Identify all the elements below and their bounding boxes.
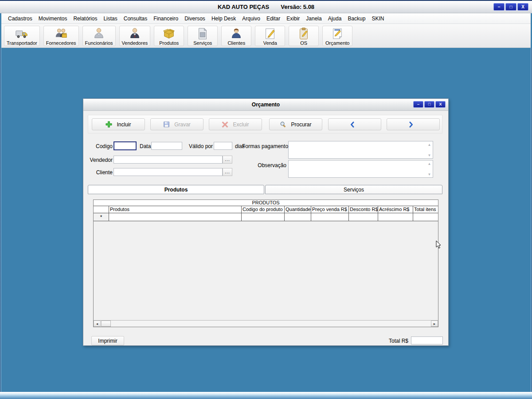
- close-button[interactable]: X: [517, 3, 528, 11]
- row-insert-marker: *: [94, 213, 109, 221]
- window-left-border: [0, 48, 1, 392]
- scrollbar-thumb[interactable]: [101, 321, 111, 327]
- column-header-acrescimo[interactable]: Acréscimo R$: [378, 206, 413, 213]
- cell-codigo[interactable]: [242, 213, 285, 221]
- data-label: Data: [140, 143, 151, 149]
- vendedor-label: Vendedor: [87, 157, 113, 163]
- observacao-input[interactable]: ▲ ▼: [288, 160, 433, 178]
- menu-movimentos[interactable]: Movimentos: [35, 14, 70, 23]
- cell-preco-venda[interactable]: [311, 213, 349, 221]
- maximize-button[interactable]: □: [505, 3, 516, 11]
- formas-pagamento-label: Formas pagamento: [242, 143, 286, 149]
- cliente-input[interactable]: [113, 168, 223, 176]
- orcamento-title: Orçamento: [252, 102, 280, 108]
- column-header-selector[interactable]: [94, 206, 109, 213]
- menu-exibir[interactable]: Exibir: [283, 14, 303, 23]
- action-panel: Incluir Gravar Excluir Procurar: [88, 115, 442, 133]
- excluir-button[interactable]: Excluir: [209, 118, 262, 130]
- imprimir-button[interactable]: Imprimir: [91, 336, 124, 345]
- tab-servicos[interactable]: Serviços: [265, 185, 442, 194]
- menu-cadastros[interactable]: Cadastros: [5, 14, 35, 23]
- cell-quantidade[interactable]: [285, 213, 311, 221]
- table-row[interactable]: *: [94, 213, 438, 221]
- toolbar-button-os[interactable]: OS: [289, 26, 319, 46]
- toolbar-button-transportador[interactable]: Transportador: [4, 26, 40, 46]
- incluir-button[interactable]: Incluir: [92, 118, 145, 130]
- spin-up-icon[interactable]: ▲: [426, 161, 432, 166]
- spin-down-icon[interactable]: ▼: [426, 153, 432, 158]
- minimize-button[interactable]: –: [493, 3, 505, 11]
- cell-acrescimo[interactable]: [378, 213, 413, 221]
- dialog-close-button[interactable]: X: [435, 101, 446, 108]
- data-input[interactable]: [151, 142, 182, 150]
- toolbar-button-clientes[interactable]: Clientes: [221, 26, 251, 46]
- toolbar-button-vendedores[interactable]: Vendedores: [119, 26, 151, 46]
- toolbar-button-label: Transportador: [7, 40, 37, 46]
- cell-produtos[interactable]: [109, 213, 242, 221]
- toolbar-button-orcamento[interactable]: Orçamento: [322, 26, 352, 46]
- column-header-codigo[interactable]: Codigo do produto: [242, 206, 285, 213]
- tab-produtos[interactable]: Produtos: [88, 185, 264, 194]
- menu-skin[interactable]: SKIN: [368, 14, 387, 23]
- column-header-quantidade[interactable]: Quantidade: [285, 206, 311, 213]
- toolbar-button-fornecedores[interactable]: Fornecedores: [43, 26, 79, 46]
- truck-icon: [15, 27, 28, 40]
- toolbar-button-produtos[interactable]: Produtos: [154, 26, 184, 46]
- formas-pagamento-input[interactable]: ▲ ▼: [288, 141, 433, 159]
- menu-backup[interactable]: Backup: [344, 14, 368, 23]
- next-record-button[interactable]: [387, 118, 440, 130]
- menu-consultas[interactable]: Consultas: [121, 14, 150, 23]
- procurar-button[interactable]: Procurar: [269, 118, 322, 130]
- menu-janela[interactable]: Janela: [303, 14, 325, 23]
- total-label: Total R$: [376, 338, 408, 344]
- menu-financeiro[interactable]: Financeiro: [150, 14, 181, 23]
- suppliers-icon: [55, 27, 68, 40]
- main-toolbar: Transportador Fornecedores Funcionários …: [1, 24, 531, 48]
- column-header-total-itens[interactable]: Total itens: [413, 206, 438, 213]
- menu-relatorios[interactable]: Relatórios: [70, 14, 100, 23]
- scroll-left-icon[interactable]: ◄: [94, 321, 101, 327]
- gravar-button[interactable]: Gravar: [150, 118, 203, 130]
- menu-bar: Cadastros Movimentos Relatórios Listas C…: [1, 13, 531, 24]
- menu-help-desk[interactable]: Help Desk: [208, 14, 239, 23]
- grid-header-row: Produtos Codigo do produto Quantidade Pr…: [94, 206, 438, 213]
- valido-por-input[interactable]: [214, 142, 232, 150]
- spin-down-icon[interactable]: ▼: [426, 172, 432, 177]
- valido-por-label: Válido por: [189, 143, 213, 149]
- menu-ajuda[interactable]: Ajuda: [325, 14, 345, 23]
- vendedor-browse-button[interactable]: ...: [223, 156, 232, 164]
- codigo-label: Codigo: [87, 143, 113, 149]
- vendedor-input[interactable]: [113, 156, 223, 164]
- toolbar-button-venda[interactable]: Venda: [255, 26, 285, 46]
- menu-editar[interactable]: Editar: [263, 14, 283, 23]
- document-icon: [196, 27, 209, 40]
- dialog-maximize-button[interactable]: □: [424, 101, 434, 108]
- grid-horizontal-scrollbar[interactable]: ◄ ►: [94, 320, 438, 327]
- delete-icon: [222, 121, 228, 128]
- scroll-right-icon[interactable]: ►: [431, 321, 438, 327]
- codigo-input[interactable]: [113, 141, 137, 150]
- toolbar-button-servicos[interactable]: Serviços: [188, 26, 218, 46]
- column-header-produtos[interactable]: Produtos: [109, 206, 242, 213]
- menu-arquivo[interactable]: Arquivo: [239, 14, 263, 23]
- toolbar-button-funcionarios[interactable]: Funcionários: [82, 26, 116, 46]
- orcamento-titlebar[interactable]: Orçamento – □ X: [83, 99, 448, 111]
- app-version: Versão: 5.08: [281, 4, 314, 10]
- previous-record-button[interactable]: [328, 118, 381, 130]
- spin-up-icon[interactable]: ▲: [426, 142, 432, 147]
- dialog-minimize-button[interactable]: –: [413, 101, 423, 108]
- chevron-left-icon: [349, 121, 356, 128]
- cell-desconto[interactable]: [349, 213, 378, 221]
- menu-listas[interactable]: Listas: [100, 14, 120, 23]
- menu-diversos[interactable]: Diversos: [181, 14, 208, 23]
- total-input[interactable]: [411, 336, 443, 344]
- toolbar-button-label: OS: [300, 40, 307, 46]
- search-icon: [280, 121, 286, 128]
- cliente-browse-button[interactable]: ...: [223, 168, 232, 176]
- observacao-label: Observação: [242, 162, 286, 168]
- column-header-preco-venda[interactable]: Preço venda R$: [311, 206, 349, 213]
- salesperson-icon: [128, 27, 141, 40]
- cell-total-itens[interactable]: [413, 213, 438, 221]
- note-pencil-icon: [331, 27, 344, 40]
- column-header-desconto[interactable]: Desconto R$: [349, 206, 378, 213]
